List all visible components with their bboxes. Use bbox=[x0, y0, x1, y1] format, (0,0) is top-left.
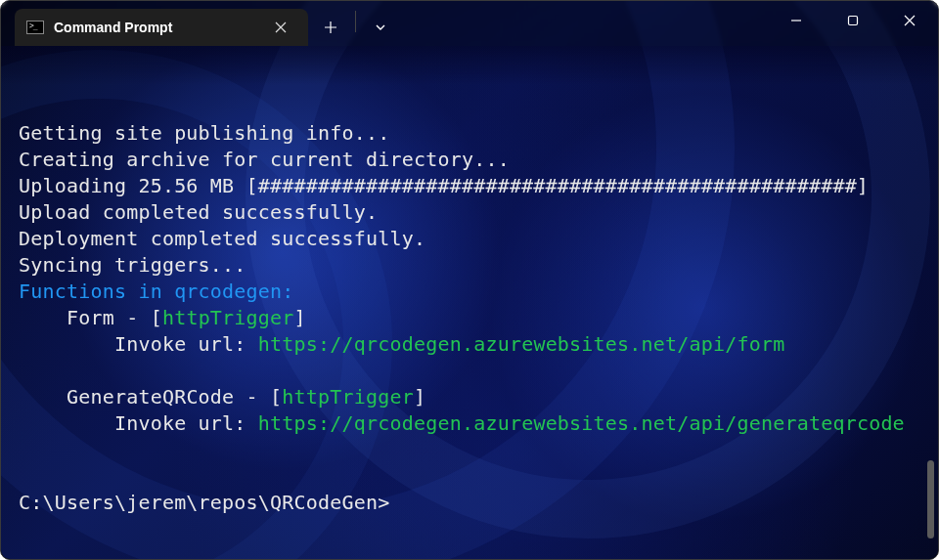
indent bbox=[19, 385, 67, 409]
output-line: Creating archive for current directory..… bbox=[19, 148, 510, 171]
prompt-line: C:\Users\jerem\repos\QRCodeGen> bbox=[19, 491, 389, 514]
titlebar[interactable]: Command Prompt bbox=[1, 1, 938, 46]
tab-title: Command Prompt bbox=[54, 20, 257, 35]
minimize-button[interactable] bbox=[768, 1, 825, 40]
plus-icon bbox=[324, 21, 337, 34]
output-line: Getting site publishing info... bbox=[19, 121, 389, 145]
tab-dropdown-button[interactable] bbox=[358, 9, 403, 46]
tab-close-button[interactable] bbox=[267, 14, 294, 41]
close-icon bbox=[904, 15, 916, 26]
terminal-output[interactable]: Getting site publishing info... Creating… bbox=[1, 46, 938, 559]
cmd-icon bbox=[26, 21, 44, 34]
close-icon bbox=[275, 22, 287, 33]
function-name: GenerateQRCode - [ bbox=[67, 385, 282, 409]
bracket: ] bbox=[414, 385, 425, 409]
output-line: Functions in qrcodegen: bbox=[19, 280, 294, 303]
minimize-icon bbox=[790, 15, 802, 26]
indent bbox=[19, 332, 114, 356]
indent bbox=[19, 411, 114, 435]
trigger-type: httpTrigger bbox=[282, 385, 414, 409]
svg-rect-0 bbox=[849, 17, 858, 25]
output-line: Syncing triggers... bbox=[19, 253, 246, 277]
invoke-url: https://qrcodegen.azurewebsites.net/api/… bbox=[258, 411, 905, 435]
output-line: Deployment completed successfully. bbox=[19, 227, 425, 250]
separator bbox=[355, 11, 356, 32]
indent bbox=[19, 306, 67, 329]
output-line: Upload completed successfully. bbox=[19, 200, 378, 224]
bracket: ] bbox=[294, 306, 306, 329]
invoke-label: Invoke url: bbox=[114, 411, 258, 435]
output-line: Uploading 25.56 MB [####################… bbox=[19, 174, 869, 197]
tab-command-prompt[interactable]: Command Prompt bbox=[15, 9, 308, 46]
maximize-icon bbox=[847, 15, 859, 26]
maximize-button[interactable] bbox=[825, 1, 881, 40]
close-window-button[interactable] bbox=[881, 1, 938, 40]
trigger-type: httpTrigger bbox=[162, 306, 294, 329]
invoke-label: Invoke url: bbox=[114, 332, 258, 356]
window-controls bbox=[768, 1, 938, 46]
scrollbar-thumb[interactable] bbox=[927, 460, 934, 538]
function-name: Form - [ bbox=[67, 306, 162, 329]
invoke-url: https://qrcodegen.azurewebsites.net/api/… bbox=[258, 332, 785, 356]
new-tab-button[interactable] bbox=[308, 9, 353, 46]
chevron-down-icon bbox=[375, 22, 386, 33]
terminal-window: Command Prompt Getting site publishing i bbox=[0, 0, 939, 560]
